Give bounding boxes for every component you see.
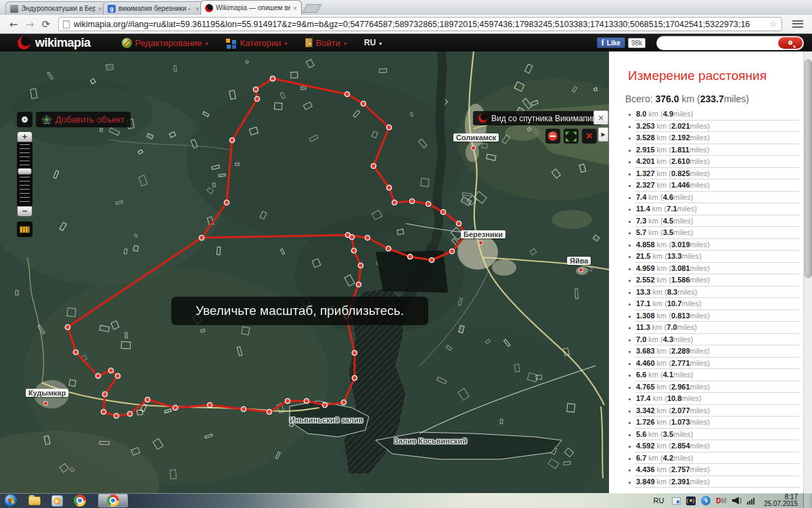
city-marker[interactable] — [43, 401, 48, 406]
route-waypoint[interactable] — [145, 397, 150, 402]
network-signal-icon[interactable] — [747, 497, 754, 505]
forward-button[interactable]: → — [22, 17, 38, 32]
route-waypoint[interactable] — [344, 91, 349, 96]
route-waypoint[interactable] — [115, 373, 120, 378]
wifi-icon[interactable] — [686, 496, 696, 505]
route-waypoint[interactable] — [207, 402, 212, 407]
media-player-icon[interactable]: ▶ — [51, 495, 63, 507]
geolocation-button[interactable] — [17, 112, 32, 127]
measure-tool-button[interactable] — [17, 221, 32, 237]
route-waypoint[interactable] — [65, 324, 70, 329]
route-waypoint[interactable] — [95, 373, 100, 378]
remove-point-button[interactable] — [545, 129, 560, 144]
route-waypoint[interactable] — [392, 200, 397, 205]
zoom-slider-handle[interactable] — [18, 168, 32, 175]
chrome-active-task[interactable] — [98, 494, 128, 507]
route-waypoint[interactable] — [253, 87, 258, 91]
menu-categories[interactable]: Категории▾ — [226, 38, 288, 48]
menu-language[interactable]: RU▾ — [364, 38, 382, 47]
route-waypoint[interactable] — [270, 76, 275, 81]
route-waypoint[interactable] — [241, 406, 246, 411]
new-tab-button[interactable] — [302, 4, 322, 13]
route-waypoint[interactable] — [101, 409, 106, 414]
route-waypoint[interactable] — [102, 391, 107, 396]
route-waypoint[interactable] — [199, 235, 204, 240]
panel-scrollbar[interactable] — [803, 51, 812, 493]
route-waypoint[interactable] — [224, 200, 229, 205]
wikimapia-logo[interactable]: wikimapia — [18, 36, 91, 50]
route-waypoint[interactable] — [386, 246, 390, 251]
route-waypoint[interactable] — [351, 248, 356, 253]
city-label[interactable]: Березники — [461, 230, 505, 238]
show-desktop-button[interactable] — [803, 493, 809, 508]
start-button[interactable] — [4, 494, 18, 507]
tray-dm-icon[interactable]: DM — [716, 497, 727, 505]
route-waypoint[interactable] — [352, 350, 357, 355]
route-waypoint[interactable] — [386, 185, 391, 190]
city-marker[interactable] — [478, 240, 483, 245]
reload-button[interactable]: ⟳ — [38, 17, 54, 32]
search-input[interactable] — [663, 37, 775, 48]
route-waypoint[interactable] — [173, 405, 177, 410]
tab-close-icon[interactable]: × — [98, 5, 102, 12]
route-waypoint[interactable] — [322, 402, 327, 407]
back-button[interactable]: ← — [5, 17, 22, 32]
tab-close-icon[interactable]: × — [293, 5, 297, 12]
route-waypoint[interactable] — [449, 249, 454, 253]
route-waypoint[interactable] — [73, 350, 78, 354]
route-waypoint[interactable] — [304, 398, 309, 403]
map-canvas[interactable]: СоликамскБерезникиЯйваКудымкарИньвиньски… — [0, 51, 609, 493]
route-waypoint[interactable] — [356, 282, 361, 287]
city-marker[interactable] — [579, 268, 583, 272]
zoom-slider-track[interactable] — [17, 142, 32, 206]
browser-menu-button[interactable] — [789, 18, 807, 31]
menu-login[interactable]: Войти▾ — [305, 38, 346, 48]
facebook-like-button[interactable]: f Like — [597, 37, 625, 48]
route-waypoint[interactable] — [407, 254, 412, 259]
zoom-out-button[interactable]: − — [17, 206, 32, 217]
route-waypoint[interactable] — [358, 263, 363, 268]
volume-icon[interactable]: ) — [732, 497, 742, 505]
route-waypoint[interactable] — [349, 234, 354, 239]
route-waypoint[interactable] — [361, 101, 365, 106]
tray-app-icon[interactable] — [672, 497, 681, 505]
language-indicator[interactable]: RU — [653, 496, 664, 505]
add-object-button[interactable]: + Добавить объект — [36, 112, 131, 127]
panel-collapse-button[interactable]: ▶ — [598, 127, 608, 142]
route-waypoint[interactable] — [352, 375, 357, 380]
search-button[interactable] — [778, 37, 803, 49]
route-waypoint[interactable] — [229, 137, 234, 142]
omnibox[interactable]: ☆ — [58, 17, 782, 31]
tab-close-icon[interactable]: × — [196, 5, 200, 12]
menu-edit[interactable]: Редактирование▾ — [122, 38, 208, 48]
scrollbar-thumb[interactable] — [805, 60, 812, 278]
route-waypoint[interactable] — [108, 368, 113, 373]
taskbar-clock[interactable]: 8:17 25.07.2015 — [764, 494, 798, 508]
city-marker[interactable] — [471, 146, 476, 150]
chrome-icon[interactable] — [74, 494, 86, 507]
browser-tab[interactable]: Wikimapia — опишем ве× — [200, 0, 302, 15]
route-waypoint[interactable] — [341, 400, 346, 404]
route-waypoint[interactable] — [426, 201, 430, 206]
route-waypoint[interactable] — [441, 209, 445, 214]
search-bar[interactable] — [656, 36, 804, 50]
browser-tab[interactable]: gвикимапия березники -× — [103, 1, 204, 15]
zoom-in-button[interactable]: + — [17, 131, 32, 142]
fullscreen-button[interactable]: ◤◥ ◣◢ — [564, 129, 579, 144]
route-waypoint[interactable] — [127, 411, 132, 416]
url-input[interactable] — [74, 20, 765, 29]
route-waypoint[interactable] — [254, 96, 259, 101]
route-waypoint[interactable] — [409, 198, 414, 203]
tray-lightning-icon[interactable]: ϟ — [701, 496, 710, 505]
browser-tab[interactable]: Эндуропокатушки в Бере× — [5, 1, 107, 15]
route-waypoint[interactable] — [429, 257, 434, 262]
route-waypoint[interactable] — [456, 221, 461, 226]
city-label[interactable]: Кудымкар — [26, 389, 68, 397]
route-waypoint[interactable] — [371, 163, 376, 168]
explorer-icon[interactable] — [28, 496, 41, 505]
satellite-view-toggle[interactable]: Вид со спутника Викимапии — [473, 111, 602, 125]
close-measure-button[interactable]: × — [582, 129, 597, 144]
route-waypoint[interactable] — [267, 409, 271, 414]
bookmark-star-icon[interactable]: ☆ — [769, 19, 777, 29]
city-label[interactable]: Яйва — [567, 257, 591, 265]
